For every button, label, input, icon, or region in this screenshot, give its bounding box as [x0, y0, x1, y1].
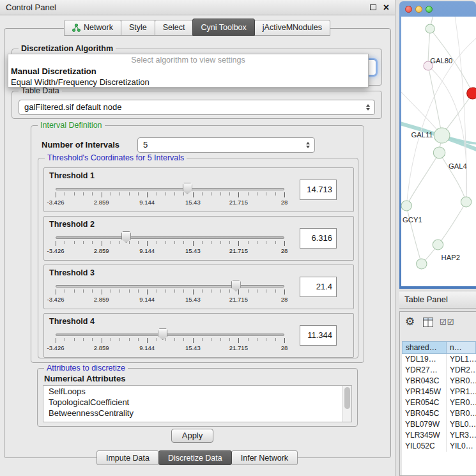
- network-node[interactable]: [426, 24, 434, 33]
- table-cell[interactable]: YIL0…: [447, 441, 476, 452]
- network-node[interactable]: [434, 128, 450, 143]
- tick-label: 15.43: [185, 296, 201, 303]
- table-body[interactable]: YDL19…YDL1…YDR27…YDR2…YBR043CYBR0…YPR145…: [402, 354, 476, 475]
- network-icon: [72, 24, 81, 32]
- tab-select[interactable]: Select: [155, 20, 194, 36]
- table-row[interactable]: YDR27…YDR2…: [402, 365, 476, 376]
- tick-mark: [193, 338, 194, 343]
- threshold-4-value[interactable]: 11.344: [300, 325, 337, 346]
- threshold-3-value[interactable]: 21.4: [300, 277, 337, 297]
- tab-infer-network[interactable]: Infer Network: [231, 450, 298, 465]
- tab-discretize-data[interactable]: Discretize Data: [158, 450, 232, 465]
- table-cell[interactable]: YDR2…: [447, 365, 476, 376]
- attribute-item[interactable]: BetweennessCentrality: [43, 408, 351, 418]
- table-row[interactable]: YLR345WYLR3…: [402, 430, 476, 441]
- table-row[interactable]: YDL19…YDL1…: [402, 354, 476, 365]
- network-node[interactable]: [461, 197, 471, 207]
- threshold-2-value[interactable]: 6.316: [300, 228, 337, 249]
- tab-impute-data[interactable]: Impute Data: [96, 450, 159, 465]
- network-node[interactable]: [417, 259, 427, 269]
- tick-mark: [238, 241, 239, 246]
- algorithm-option-equal-width[interactable]: Equal Width/Frequency Discretization: [8, 77, 368, 88]
- bottom-tab-bar: Impute Data Discretize Data Infer Networ…: [0, 450, 395, 465]
- table-cell[interactable]: YIL052C: [402, 441, 447, 452]
- table-row[interactable]: YER054CYER0…: [402, 397, 476, 408]
- tab-network[interactable]: Network: [64, 20, 121, 36]
- table-cell[interactable]: YBL079W: [402, 419, 447, 430]
- tab-cyni-toolbox[interactable]: Cyni Toolbox: [192, 19, 254, 36]
- threshold-1-value[interactable]: 14.713: [300, 180, 337, 200]
- mac-zoom-icon[interactable]: [426, 6, 433, 13]
- slider-ticks: -3.4262.8599.14415.4321.71528: [56, 241, 284, 256]
- threshold-4-slider[interactable]: -3.4262.8599.14415.4321.71528: [56, 328, 284, 355]
- gear-icon[interactable]: ⚙: [405, 315, 415, 328]
- table-cell[interactable]: YDL1…: [447, 354, 476, 365]
- table-row[interactable]: YBL079WYBL0…: [402, 419, 476, 430]
- network-node[interactable]: [467, 88, 476, 99]
- network-node[interactable]: [433, 240, 443, 250]
- threshold-1-slider[interactable]: -3.4262.8599.14415.4321.71528: [56, 182, 284, 209]
- table-row[interactable]: YPR145WYPR1…: [402, 387, 476, 397]
- tick-mark: [193, 192, 194, 197]
- tab-jactivemnodules[interactable]: jActiveMNodules: [254, 20, 330, 36]
- threshold-2-slider[interactable]: -3.4262.8599.14415.4321.71528: [56, 231, 284, 257]
- scrollbar-thumb[interactable]: [344, 387, 350, 409]
- column-header-name[interactable]: n…: [446, 341, 476, 354]
- tick-mark: [238, 338, 239, 343]
- slider-track: [56, 334, 284, 336]
- number-of-intervals-combobox[interactable]: 5: [137, 137, 315, 153]
- table-cell[interactable]: YER0…: [447, 397, 476, 408]
- tab-style[interactable]: Style: [121, 20, 155, 36]
- tick-mark: [238, 192, 239, 197]
- slider-ticks: -3.4262.8599.14415.4321.71528: [56, 289, 284, 305]
- interval-definition-group: Interval Definition Number of Intervals …: [31, 125, 364, 363]
- tick-label: 28: [281, 199, 288, 206]
- tick-label: 2.859: [94, 296, 109, 303]
- table-cell[interactable]: YPR1…: [447, 387, 476, 397]
- mac-close-icon[interactable]: [405, 6, 412, 13]
- table-cell[interactable]: YPR145W: [402, 387, 447, 397]
- apply-button[interactable]: Apply: [171, 429, 213, 443]
- table-data-combobox[interactable]: galFiltered.sif default node: [19, 100, 375, 115]
- threshold-3-label: Threshold 3: [49, 268, 95, 277]
- slider-ticks: -3.4262.8599.14415.4321.71528: [56, 338, 284, 353]
- attribute-item[interactable]: TopologicalCoefficient: [43, 397, 351, 408]
- table-cell[interactable]: YBR0…: [447, 408, 476, 419]
- network-node[interactable]: [433, 147, 445, 158]
- close-icon[interactable]: ×: [383, 3, 389, 13]
- table-row[interactable]: YIL052CYIL0…: [402, 441, 476, 452]
- table-row[interactable]: YBR045CYBR0…: [402, 408, 476, 419]
- numerical-attributes-label: Numerical Attributes: [44, 374, 125, 383]
- float-window-icon[interactable]: [370, 4, 376, 10]
- threshold-3-panel: Threshold 3 -3.4262.8599.14415.4321.7152…: [43, 265, 354, 309]
- tab-style-label: Style: [129, 20, 147, 35]
- algorithm-option-manual[interactable]: Manual Discretization: [8, 66, 368, 77]
- table-cell[interactable]: YLR3…: [447, 430, 476, 441]
- columns-icon[interactable]: [423, 318, 433, 330]
- table-cell[interactable]: YDR27…: [402, 365, 447, 376]
- tab-select-label: Select: [163, 20, 185, 35]
- mac-minimize-icon[interactable]: [415, 6, 422, 13]
- tick-label: 28: [281, 344, 288, 351]
- threshold-3-slider[interactable]: -3.4262.8599.14415.4321.71528: [56, 279, 284, 306]
- select-columns-icon[interactable]: ☑☑: [440, 318, 455, 326]
- list-scrollbar[interactable]: [342, 386, 351, 422]
- network-node-label: GCY1: [403, 216, 422, 224]
- network-canvas[interactable]: GAL80GAL11GAL4GCY1HAP2: [401, 17, 476, 286]
- table-cell[interactable]: YBL0…: [447, 419, 476, 430]
- table-cell[interactable]: YBR045C: [402, 408, 447, 419]
- slider-track: [56, 188, 284, 190]
- table-cell[interactable]: YBR0…: [447, 376, 476, 387]
- table-cell[interactable]: YER054C: [402, 397, 447, 408]
- threshold-4-panel: Threshold 4 -3.4262.8599.14415.4321.7152…: [43, 313, 354, 358]
- network-node[interactable]: [401, 201, 411, 211]
- tick-label: 28: [281, 296, 288, 303]
- table-cell[interactable]: YBR043C: [402, 376, 447, 387]
- table-cell[interactable]: YDL19…: [402, 354, 447, 365]
- table-cell[interactable]: YLR345W: [402, 430, 447, 441]
- column-header-shared[interactable]: shared…: [402, 341, 447, 354]
- table-row[interactable]: YBR043CYBR0…: [402, 376, 476, 387]
- attribute-item[interactable]: SelfLoops: [43, 386, 351, 397]
- tick-label: 21.715: [229, 199, 248, 206]
- numerical-attributes-list[interactable]: SelfLoopsTopologicalCoefficientBetweenne…: [43, 385, 352, 422]
